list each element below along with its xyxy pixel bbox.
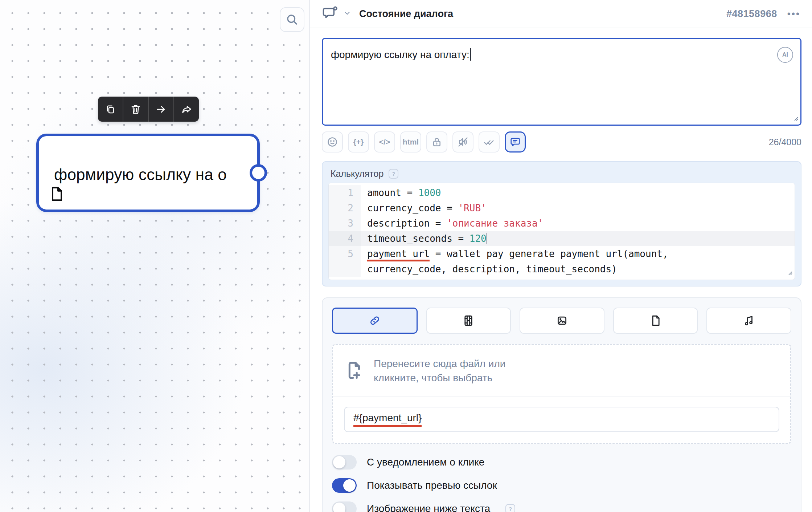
sound-off-icon (457, 136, 469, 148)
app-root: формирую ссылку на о (0, 0, 812, 512)
panel-header: Состояние диалога #48158968 ••• (310, 0, 812, 28)
tab-file[interactable] (613, 308, 698, 334)
node-attachment (50, 186, 246, 203)
toggle-row-image-below-text: Изображение ниже текста ? (332, 501, 791, 512)
attachments-card: Перенесите сюда файл или кликните, чтобы… (322, 297, 801, 512)
html-icon: html (403, 138, 419, 146)
forward-icon (181, 103, 192, 115)
code-line: 5 payment_url = wallet_pay_generate_paym… (329, 246, 795, 277)
search-icon (286, 13, 299, 26)
line-number: 2 (329, 200, 361, 216)
link-icon (369, 314, 381, 327)
audio-icon (743, 314, 755, 327)
format-toolbar: {+} </> html (322, 131, 801, 153)
code-icon: </> (379, 138, 390, 146)
file-drop-target[interactable]: Перенесите сюда файл или кликните, чтобы… (333, 345, 790, 397)
copy-button[interactable] (98, 97, 123, 122)
line-number: 3 (329, 216, 361, 231)
comment-icon (509, 136, 521, 148)
variable-button[interactable]: {+} (348, 131, 369, 153)
protect-button[interactable] (426, 131, 447, 153)
resize-handle[interactable] (786, 267, 793, 278)
toggle-label: Показывать превью ссылок (367, 480, 497, 491)
dialog-state-icon (322, 6, 338, 22)
lock-icon (431, 136, 443, 148)
file-plus-icon (345, 361, 364, 381)
link-url-input[interactable]: #{payment_url} (344, 407, 779, 432)
comment-button[interactable] (505, 131, 526, 153)
link-preview-toggle[interactable] (332, 478, 357, 493)
emoji-button[interactable] (322, 131, 343, 153)
image-below-text-toggle[interactable] (332, 501, 357, 512)
file-icon (50, 186, 63, 202)
node-connector-port[interactable] (250, 164, 267, 182)
calculator-card: Калькулятор ? 1 amount = 1000 2 currency… (322, 161, 801, 287)
resize-handle[interactable] (792, 115, 799, 123)
flow-canvas[interactable]: формирую ссылку на о (0, 0, 309, 512)
variable-icon: {+} (353, 138, 364, 146)
char-counter: 26/4000 (769, 137, 801, 147)
canvas-search-button[interactable] (280, 7, 304, 32)
link-url-value: #{payment_url} (353, 412, 422, 427)
block-id: #48158968 (726, 8, 777, 20)
image-icon (556, 314, 568, 327)
chevron-down-icon (343, 9, 351, 17)
double-check-icon (483, 136, 495, 148)
video-icon (462, 314, 475, 327)
attachment-type-tabs (332, 308, 791, 334)
tab-audio[interactable] (706, 308, 791, 334)
ai-assistant-button[interactable]: AI (777, 47, 793, 63)
line-number: 1 (329, 185, 361, 200)
toggle-label: С уведомлением о клике (367, 456, 484, 468)
dialog-node[interactable]: формирую ссылку на о (36, 134, 260, 212)
dropzone-text: Перенесите сюда файл или кликните, чтобы… (374, 357, 505, 385)
toggle-row-click-notification: С уведомлением о клике (332, 455, 791, 470)
document-icon (649, 314, 662, 327)
node-toolbar (98, 97, 199, 122)
toggle-label: Изображение ниже текста (367, 503, 490, 512)
tab-video[interactable] (426, 308, 511, 334)
file-dropzone: Перенесите сюда файл или кликните, чтобы… (332, 344, 791, 444)
tab-link[interactable] (332, 308, 418, 334)
node-label: формирую ссылку на о (54, 166, 246, 184)
share-button[interactable] (173, 97, 199, 122)
code-line: 1 amount = 1000 (329, 185, 795, 200)
message-textarea[interactable]: формирую ссылку на оплату: AI (322, 38, 801, 126)
text-cursor (470, 48, 471, 61)
code-line-active: 4 timeout_seconds = 120 (329, 231, 795, 246)
line-number: 4 (329, 231, 361, 246)
more-menu-button[interactable]: ••• (787, 7, 801, 21)
code-cursor (487, 233, 488, 244)
message-text: формирую ссылку на оплату: (331, 49, 469, 60)
code-line: 3 description = 'описание заказа' (329, 216, 795, 231)
link-options: С уведомлением о клике Показывать превью… (332, 455, 791, 512)
code-line: 2 currency_code = 'RUB' (329, 200, 795, 216)
click-notification-toggle[interactable] (332, 455, 357, 470)
page-title: Состояние диалога (359, 8, 453, 20)
toggle-row-link-preview: Показывать превью ссылок (332, 478, 791, 493)
calculator-code-editor[interactable]: 1 amount = 1000 2 currency_code = 'RUB' … (328, 183, 795, 280)
tab-image[interactable] (520, 308, 604, 334)
panel-body: формирую ссылку на оплату: AI (310, 28, 812, 512)
delete-button[interactable] (123, 97, 148, 122)
payment-url-token: payment_url (367, 248, 430, 261)
line-number: 5 (329, 246, 361, 277)
delivery-status-button[interactable] (479, 131, 500, 153)
html-button[interactable]: html (400, 131, 421, 153)
image-below-text-help-icon[interactable]: ? (505, 504, 515, 512)
connect-button[interactable] (148, 97, 173, 122)
silent-button[interactable] (452, 131, 473, 153)
code-button[interactable]: </> (374, 131, 395, 153)
trash-icon (130, 103, 142, 115)
calculator-help-icon[interactable]: ? (389, 169, 398, 179)
calculator-label: Калькулятор (331, 168, 384, 179)
arrow-right-icon (155, 103, 167, 115)
copy-icon (104, 103, 116, 115)
editor-panel: Состояние диалога #48158968 ••• формирую… (309, 0, 812, 512)
emoji-icon (327, 136, 338, 148)
block-type-dropdown[interactable] (343, 9, 351, 19)
